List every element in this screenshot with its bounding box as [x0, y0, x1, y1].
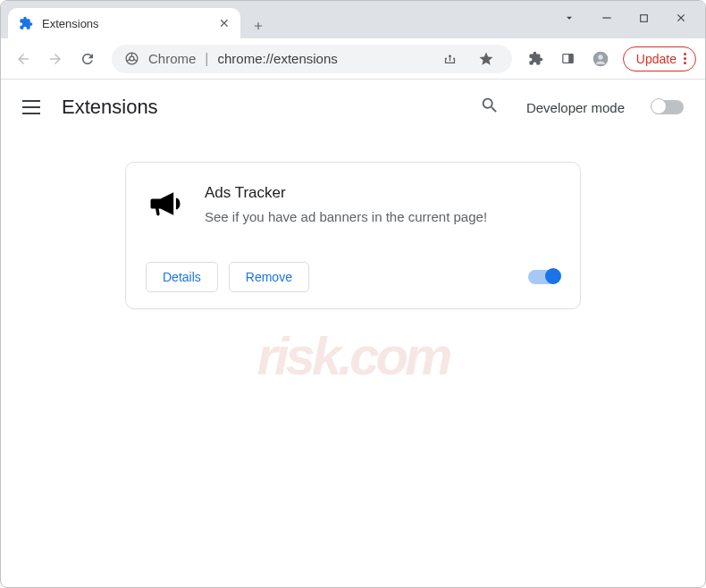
browser-toolbar: Chrome | chrome://extensions Update [1, 38, 705, 80]
chrome-icon [124, 51, 139, 66]
svg-point-3 [130, 56, 134, 61]
developer-mode-toggle[interactable] [651, 100, 684, 114]
tab-strip: Extensions ✕ [1, 1, 705, 38]
chevron-down-icon[interactable] [563, 12, 576, 28]
reload-button[interactable] [74, 46, 101, 72]
megaphone-icon [146, 184, 185, 223]
developer-mode-label: Developer mode [526, 100, 625, 115]
puzzle-icon [19, 16, 33, 30]
tab-title: Extensions [42, 17, 210, 30]
svg-rect-1 [641, 15, 648, 22]
update-label: Update [636, 52, 677, 66]
page-header: Extensions Developer mode [1, 80, 705, 135]
svg-point-7 [598, 55, 602, 59]
remove-button[interactable]: Remove [229, 262, 309, 292]
window-controls [563, 1, 698, 38]
search-button[interactable] [480, 96, 500, 119]
menu-dots-icon [684, 53, 686, 64]
new-tab-button[interactable] [246, 13, 271, 38]
browser-tab[interactable]: Extensions ✕ [8, 8, 240, 38]
close-window-button[interactable] [675, 12, 687, 28]
address-separator: | [205, 51, 208, 67]
plus-icon [252, 20, 265, 32]
extension-description: See if you have ad banners in the curren… [205, 209, 487, 224]
extensions-icon[interactable] [523, 46, 550, 72]
page-title: Extensions [62, 96, 158, 119]
extension-card: Ads Tracker See if you have ad banners i… [125, 162, 581, 309]
address-url: chrome://extensions [218, 51, 338, 66]
forward-button[interactable] [42, 46, 69, 72]
details-button[interactable]: Details [146, 262, 218, 292]
maximize-button[interactable] [638, 12, 650, 28]
close-tab-icon[interactable]: ✕ [219, 16, 230, 30]
sidepanel-icon[interactable] [555, 46, 582, 72]
svg-rect-0 [602, 17, 610, 18]
extension-enable-toggle[interactable] [528, 270, 560, 284]
address-scheme: Chrome [148, 51, 196, 66]
address-bar[interactable]: Chrome | chrome://extensions [112, 45, 512, 73]
back-button[interactable] [10, 46, 37, 72]
share-icon[interactable] [437, 46, 464, 72]
extensions-content: Ads Tracker See if you have ad banners i… [1, 135, 705, 336]
menu-button[interactable] [22, 97, 44, 118]
update-button[interactable]: Update [623, 46, 696, 71]
svg-rect-5 [569, 55, 574, 63]
extension-name: Ads Tracker [205, 184, 487, 202]
minimize-button[interactable] [601, 12, 613, 28]
profile-icon[interactable] [587, 46, 614, 72]
bookmark-icon[interactable] [473, 46, 500, 72]
